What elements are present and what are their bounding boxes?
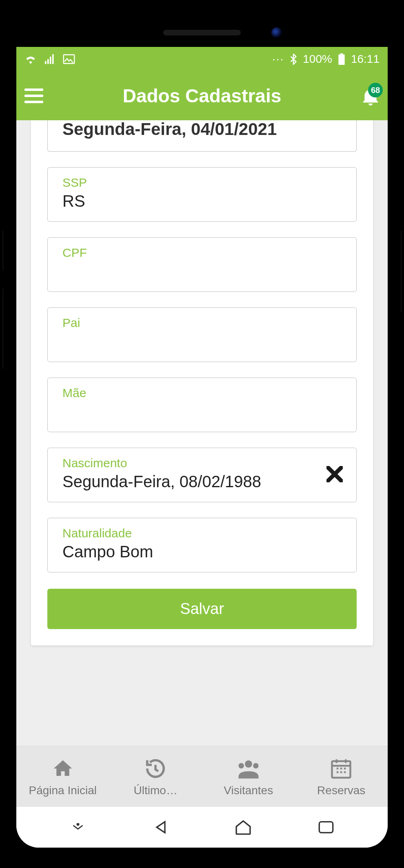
phone-frame: ··· 100% 16:11 Dados Cadastrais <box>2 2 402 866</box>
mae-field[interactable]: Mãe <box>47 378 357 432</box>
tab-reservas[interactable]: Reservas <box>295 746 388 807</box>
home-button[interactable] <box>231 819 255 835</box>
expand-nav-button[interactable] <box>66 819 90 835</box>
status-bar: ··· 100% 16:11 <box>16 47 388 71</box>
people-icon <box>236 756 261 781</box>
tab-label: Visitantes <box>221 784 275 797</box>
volume-up-button <box>2 230 4 271</box>
field-value: Campo Bom <box>62 543 342 562</box>
recents-button[interactable] <box>314 819 338 835</box>
tab-label: Página Inicial <box>26 784 99 797</box>
svg-rect-0 <box>45 61 47 64</box>
field-value: RS <box>62 192 342 212</box>
notifications-button[interactable]: 68 <box>362 86 380 106</box>
field-label: Naturalidade <box>62 526 342 540</box>
svg-point-8 <box>238 763 244 768</box>
page-title: Dados Cadastrais <box>123 85 282 107</box>
pai-field[interactable]: Pai <box>47 307 357 362</box>
svg-rect-1 <box>47 59 49 64</box>
image-icon <box>63 54 75 64</box>
field-label: SSP <box>62 176 342 190</box>
tab-bar: Página Inicial Último… Visitantes <box>16 746 388 807</box>
clock-time: 16:11 <box>351 53 380 66</box>
svg-point-9 <box>253 763 258 768</box>
status-left <box>24 54 75 64</box>
battery-icon <box>338 53 345 65</box>
system-nav-bar <box>16 807 388 848</box>
status-right: ··· 100% 16:11 <box>272 53 380 66</box>
field-label: Pai <box>62 316 342 330</box>
notifications-badge: 68 <box>368 83 383 97</box>
field-value <box>62 262 342 282</box>
svg-point-7 <box>245 760 252 767</box>
nascimento-field[interactable]: Nascimento Segunda-Feira, 08/02/1988 <box>47 448 357 502</box>
phone-bezel: ··· 100% 16:11 Dados Cadastrais <box>10 10 394 858</box>
menu-button[interactable] <box>24 86 45 106</box>
back-button[interactable] <box>149 819 173 835</box>
home-icon <box>51 756 75 781</box>
field-value <box>62 402 342 422</box>
wifi-icon <box>24 54 37 64</box>
svg-rect-3 <box>52 54 54 64</box>
screen: ··· 100% 16:11 Dados Cadastrais <box>16 47 388 848</box>
earpiece <box>163 30 241 35</box>
field-label: Nascimento <box>62 456 320 470</box>
front-camera <box>271 27 282 38</box>
field-value: Segunda-Feira, 04/01/2021 <box>62 120 342 141</box>
calendar-icon <box>329 756 353 781</box>
field-label: Mãe <box>62 386 342 400</box>
field-label: CPF <box>62 246 342 260</box>
date-field-partial[interactable]: Segunda-Feira, 04/01/2021 <box>47 120 357 152</box>
tab-visitantes[interactable]: Visitantes <box>202 746 295 807</box>
more-icon: ··· <box>272 53 284 66</box>
save-button[interactable]: Salvar <box>47 589 357 629</box>
tab-label: Reservas <box>315 784 368 797</box>
svg-rect-6 <box>338 55 344 65</box>
clear-nascimento-button[interactable] <box>324 465 345 485</box>
tab-label: Último… <box>131 784 180 797</box>
app-bar: Dados Cadastrais 68 <box>16 71 388 120</box>
content-area: Segunda-Feira, 04/01/2021 SSP RS CPF Pai <box>16 120 388 746</box>
signal-icon <box>44 54 55 64</box>
battery-percentage: 100% <box>303 53 332 66</box>
field-value <box>62 332 342 352</box>
volume-down-button <box>2 287 4 369</box>
tab-ultimos[interactable]: Último… <box>109 746 202 807</box>
cpf-field[interactable]: CPF <box>47 237 357 292</box>
form-card: Segunda-Feira, 04/01/2021 SSP RS CPF Pai <box>31 120 373 645</box>
tab-home[interactable]: Página Inicial <box>16 746 109 807</box>
svg-rect-2 <box>50 57 51 64</box>
svg-rect-12 <box>319 822 333 833</box>
svg-rect-5 <box>340 53 343 55</box>
naturalidade-field[interactable]: Naturalidade Campo Bom <box>47 518 357 572</box>
field-value: Segunda-Feira, 08/02/1988 <box>62 473 320 492</box>
bluetooth-icon <box>290 53 297 65</box>
history-icon <box>143 756 168 781</box>
power-button <box>400 230 402 312</box>
ssp-field[interactable]: SSP RS <box>47 167 357 222</box>
close-icon <box>326 466 343 484</box>
svg-point-11 <box>77 824 79 825</box>
